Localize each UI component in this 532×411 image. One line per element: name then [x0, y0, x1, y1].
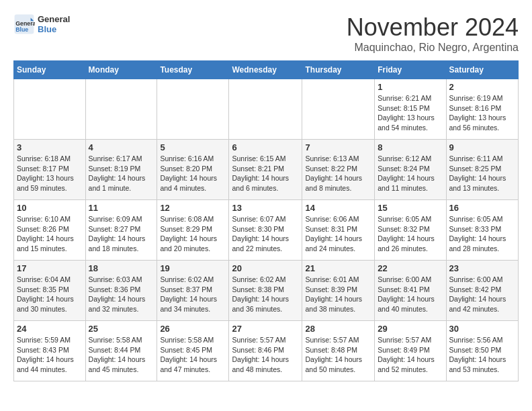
week-row-5: 24Sunrise: 5:59 AM Sunset: 8:43 PM Dayli…	[14, 321, 519, 381]
svg-text:Blue: Blue	[15, 26, 28, 33]
day-info: Sunrise: 6:00 AM Sunset: 8:42 PM Dayligh…	[449, 275, 515, 314]
day-cell: 28Sunrise: 5:57 AM Sunset: 8:48 PM Dayli…	[302, 321, 375, 381]
day-number: 12	[160, 203, 226, 213]
day-cell: 4Sunrise: 6:17 AM Sunset: 8:19 PM Daylig…	[85, 140, 157, 200]
logo: General Blue General Blue	[13, 13, 70, 35]
day-number: 17	[17, 263, 83, 273]
day-number: 26	[160, 324, 226, 334]
day-info: Sunrise: 5:57 AM Sunset: 8:46 PM Dayligh…	[232, 335, 299, 375]
header: General Blue General Blue November 2024 …	[13, 13, 519, 54]
day-cell: 16Sunrise: 6:05 AM Sunset: 8:33 PM Dayli…	[446, 200, 518, 261]
day-info: Sunrise: 6:02 AM Sunset: 8:38 PM Dayligh…	[232, 275, 299, 314]
day-number: 2	[449, 82, 515, 92]
week-row-1: 1Sunrise: 6:21 AM Sunset: 8:15 PM Daylig…	[14, 79, 519, 140]
day-number: 19	[160, 263, 226, 273]
day-cell: 12Sunrise: 6:08 AM Sunset: 8:29 PM Dayli…	[157, 200, 229, 261]
day-info: Sunrise: 5:57 AM Sunset: 8:48 PM Dayligh…	[305, 335, 371, 375]
day-cell: 27Sunrise: 5:57 AM Sunset: 8:46 PM Dayli…	[229, 321, 302, 381]
day-info: Sunrise: 6:05 AM Sunset: 8:32 PM Dayligh…	[378, 214, 443, 254]
day-info: Sunrise: 6:15 AM Sunset: 8:21 PM Dayligh…	[232, 154, 299, 193]
day-cell	[229, 79, 302, 140]
header-thursday: Thursday	[302, 61, 375, 79]
day-number: 21	[305, 263, 371, 273]
day-number: 8	[378, 142, 443, 152]
day-info: Sunrise: 6:03 AM Sunset: 8:36 PM Dayligh…	[89, 275, 154, 314]
day-cell: 1Sunrise: 6:21 AM Sunset: 8:15 PM Daylig…	[375, 79, 446, 140]
day-info: Sunrise: 6:19 AM Sunset: 8:16 PM Dayligh…	[449, 93, 515, 133]
day-cell: 8Sunrise: 6:12 AM Sunset: 8:24 PM Daylig…	[375, 140, 446, 200]
day-info: Sunrise: 6:05 AM Sunset: 8:33 PM Dayligh…	[449, 214, 515, 254]
day-info: Sunrise: 5:57 AM Sunset: 8:49 PM Dayligh…	[378, 335, 443, 375]
title-section: November 2024 Maquinchao, Rio Negro, Arg…	[347, 13, 519, 54]
day-number: 16	[449, 203, 515, 213]
day-number: 23	[449, 263, 515, 273]
day-number: 3	[17, 142, 83, 152]
logo-general: General	[38, 14, 70, 24]
day-info: Sunrise: 6:12 AM Sunset: 8:24 PM Dayligh…	[378, 154, 443, 193]
calendar-table: SundayMondayTuesdayWednesdayThursdayFrid…	[13, 60, 519, 381]
day-info: Sunrise: 6:00 AM Sunset: 8:41 PM Dayligh…	[378, 275, 443, 314]
day-number: 1	[378, 82, 443, 92]
day-number: 28	[305, 324, 371, 334]
month-title: November 2024	[347, 13, 519, 42]
day-number: 4	[89, 142, 154, 152]
day-cell: 29Sunrise: 5:57 AM Sunset: 8:49 PM Dayli…	[375, 321, 446, 381]
day-number: 20	[232, 263, 299, 273]
day-cell: 6Sunrise: 6:15 AM Sunset: 8:21 PM Daylig…	[229, 140, 302, 200]
calendar-header-row: SundayMondayTuesdayWednesdayThursdayFrid…	[14, 61, 519, 79]
day-cell: 5Sunrise: 6:16 AM Sunset: 8:20 PM Daylig…	[157, 140, 229, 200]
header-friday: Friday	[375, 61, 446, 79]
day-cell: 30Sunrise: 5:56 AM Sunset: 8:50 PM Dayli…	[446, 321, 518, 381]
header-sunday: Sunday	[14, 61, 86, 79]
day-number: 13	[232, 203, 299, 213]
day-number: 25	[89, 324, 154, 334]
day-number: 5	[160, 142, 226, 152]
day-cell	[157, 79, 229, 140]
week-row-4: 17Sunrise: 6:04 AM Sunset: 8:35 PM Dayli…	[14, 261, 519, 321]
header-saturday: Saturday	[446, 61, 518, 79]
day-info: Sunrise: 6:07 AM Sunset: 8:30 PM Dayligh…	[232, 214, 299, 254]
logo-icon: General Blue	[13, 13, 35, 35]
day-number: 27	[232, 324, 299, 334]
day-number: 6	[232, 142, 299, 152]
day-number: 18	[89, 263, 154, 273]
day-cell: 10Sunrise: 6:10 AM Sunset: 8:26 PM Dayli…	[14, 200, 86, 261]
day-info: Sunrise: 5:58 AM Sunset: 8:45 PM Dayligh…	[160, 335, 226, 375]
day-number: 9	[449, 142, 515, 152]
day-cell: 11Sunrise: 6:09 AM Sunset: 8:27 PM Dayli…	[85, 200, 157, 261]
day-info: Sunrise: 6:01 AM Sunset: 8:39 PM Dayligh…	[305, 275, 371, 314]
day-info: Sunrise: 5:56 AM Sunset: 8:50 PM Dayligh…	[449, 335, 515, 375]
location-subtitle: Maquinchao, Rio Negro, Argentina	[347, 42, 519, 54]
day-cell: 15Sunrise: 6:05 AM Sunset: 8:32 PM Dayli…	[375, 200, 446, 261]
day-cell: 20Sunrise: 6:02 AM Sunset: 8:38 PM Dayli…	[229, 261, 302, 321]
day-cell: 7Sunrise: 6:13 AM Sunset: 8:22 PM Daylig…	[302, 140, 375, 200]
day-number: 22	[378, 263, 443, 273]
day-number: 30	[449, 324, 515, 334]
day-cell: 18Sunrise: 6:03 AM Sunset: 8:36 PM Dayli…	[85, 261, 157, 321]
header-wednesday: Wednesday	[229, 61, 302, 79]
day-cell	[85, 79, 157, 140]
day-cell: 9Sunrise: 6:11 AM Sunset: 8:25 PM Daylig…	[446, 140, 518, 200]
day-cell: 23Sunrise: 6:00 AM Sunset: 8:42 PM Dayli…	[446, 261, 518, 321]
day-info: Sunrise: 6:13 AM Sunset: 8:22 PM Dayligh…	[305, 154, 371, 193]
week-row-2: 3Sunrise: 6:18 AM Sunset: 8:17 PM Daylig…	[14, 140, 519, 200]
day-cell: 14Sunrise: 6:06 AM Sunset: 8:31 PM Dayli…	[302, 200, 375, 261]
day-cell: 26Sunrise: 5:58 AM Sunset: 8:45 PM Dayli…	[157, 321, 229, 381]
day-cell: 24Sunrise: 5:59 AM Sunset: 8:43 PM Dayli…	[14, 321, 86, 381]
logo-blue: Blue	[38, 24, 70, 34]
day-number: 11	[89, 203, 154, 213]
day-number: 24	[17, 324, 83, 334]
day-info: Sunrise: 5:58 AM Sunset: 8:44 PM Dayligh…	[89, 335, 154, 375]
day-cell	[14, 79, 86, 140]
day-number: 10	[17, 203, 83, 213]
day-info: Sunrise: 6:18 AM Sunset: 8:17 PM Dayligh…	[17, 154, 83, 193]
day-number: 29	[378, 324, 443, 334]
day-info: Sunrise: 5:59 AM Sunset: 8:43 PM Dayligh…	[17, 335, 83, 375]
day-cell	[302, 79, 375, 140]
day-info: Sunrise: 6:09 AM Sunset: 8:27 PM Dayligh…	[89, 214, 154, 254]
day-cell: 21Sunrise: 6:01 AM Sunset: 8:39 PM Dayli…	[302, 261, 375, 321]
header-monday: Monday	[85, 61, 157, 79]
day-cell: 22Sunrise: 6:00 AM Sunset: 8:41 PM Dayli…	[375, 261, 446, 321]
day-cell: 25Sunrise: 5:58 AM Sunset: 8:44 PM Dayli…	[85, 321, 157, 381]
day-number: 14	[305, 203, 371, 213]
